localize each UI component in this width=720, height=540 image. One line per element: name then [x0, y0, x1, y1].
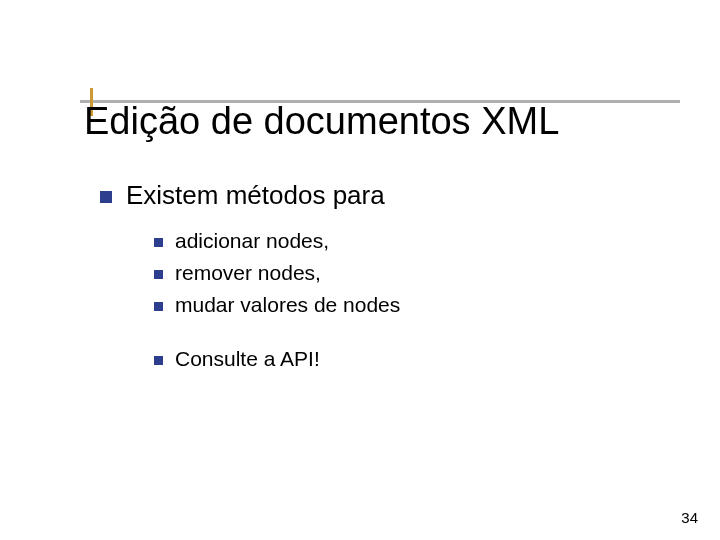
- slide-body: Existem métodos para adicionar nodes, re…: [100, 180, 660, 379]
- slide: Edição de documentos XML Existem métodos…: [0, 0, 720, 540]
- bullet-lvl2: mudar valores de nodes: [154, 293, 660, 317]
- bullet-lvl2: adicionar nodes,: [154, 229, 660, 253]
- bullet-lvl2-text: adicionar nodes,: [175, 229, 329, 253]
- square-bullet-icon: [100, 191, 112, 203]
- square-bullet-icon: [154, 302, 163, 311]
- title-block: Edição de documentos XML: [80, 100, 680, 140]
- bullet-lvl2-text: mudar valores de nodes: [175, 293, 400, 317]
- bullet-lvl1-text: Existem métodos para: [126, 180, 385, 211]
- bullet-lvl2-text: remover nodes,: [175, 261, 321, 285]
- square-bullet-icon: [154, 270, 163, 279]
- square-bullet-icon: [154, 238, 163, 247]
- bullet-lvl2: Consulte a API!: [154, 347, 660, 371]
- spacer: [154, 325, 660, 347]
- bullet-lvl2: remover nodes,: [154, 261, 660, 285]
- bullet-lvl2-text: Consulte a API!: [175, 347, 320, 371]
- bullet-lvl2-group: adicionar nodes, remover nodes, mudar va…: [154, 229, 660, 371]
- page-number: 34: [681, 509, 698, 526]
- bullet-lvl1: Existem métodos para: [100, 180, 660, 211]
- slide-title: Edição de documentos XML: [80, 102, 680, 142]
- square-bullet-icon: [154, 356, 163, 365]
